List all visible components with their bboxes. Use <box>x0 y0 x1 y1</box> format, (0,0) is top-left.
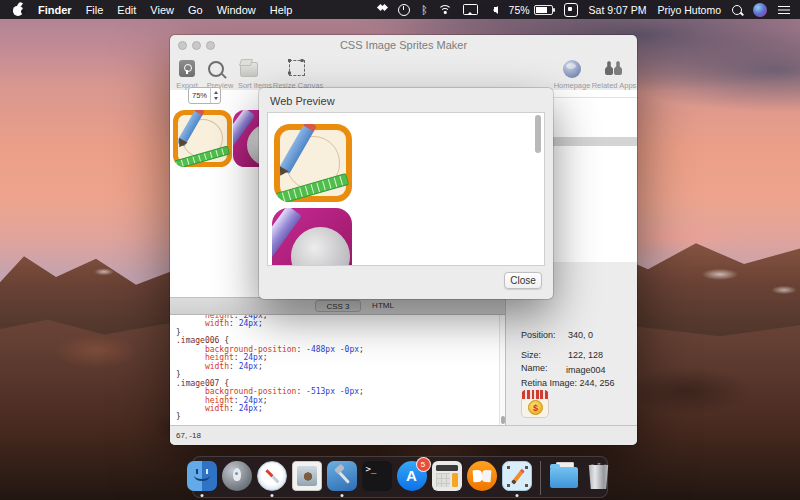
sprite-image-draw-app[interactable] <box>173 110 232 167</box>
dock-trash[interactable] <box>584 461 614 491</box>
preview-scrollbar-thumb[interactable] <box>535 115 541 153</box>
menu-help[interactable]: Help <box>270 4 293 16</box>
app-store-badge: 5 <box>416 457 431 472</box>
dropbox-icon[interactable] <box>378 5 387 14</box>
desktop: Finder File Edit View Go Window Help ᛒ 7… <box>0 0 800 500</box>
dock-safari[interactable] <box>257 461 287 491</box>
code-editor[interactable]: height: 24px; width: 24px;}.image006 { b… <box>170 315 499 425</box>
preview-content[interactable] <box>267 112 545 266</box>
dock-calculator[interactable] <box>432 461 462 491</box>
export-icon[interactable] <box>179 60 195 77</box>
size-label: Size: <box>521 350 541 360</box>
position-value: 340, 0 <box>568 330 593 340</box>
dock-launchpad[interactable] <box>222 461 252 491</box>
menu-view[interactable]: View <box>150 4 174 16</box>
battery-percent: 75% <box>509 4 530 16</box>
tab-html[interactable]: HTML <box>365 300 401 312</box>
sort-items-icon[interactable] <box>240 62 258 77</box>
dock-separator <box>540 461 541 495</box>
related-apps-icon[interactable] <box>604 61 626 77</box>
menu-window[interactable]: Window <box>217 4 256 16</box>
time-machine-icon[interactable] <box>398 4 410 16</box>
size-value: 122, 128 <box>568 350 603 360</box>
code-scrollbar[interactable] <box>499 315 505 425</box>
ibooks-icon <box>467 461 497 491</box>
name-label: Name: <box>521 363 548 373</box>
dock-finder[interactable] <box>187 461 217 491</box>
trash-icon <box>584 461 614 491</box>
battery-icon <box>534 5 553 15</box>
bluetooth-icon[interactable]: ᛒ <box>421 5 428 15</box>
dock-sprites-app[interactable] <box>502 461 532 491</box>
cursor-coordinates: 67, -18 <box>176 431 201 440</box>
retina-image-text: Retina Image: 244, 256 <box>521 378 615 388</box>
wifi-icon[interactable] <box>439 5 452 15</box>
resize-canvas-icon[interactable] <box>289 60 305 76</box>
menu-app-name[interactable]: Finder <box>38 4 72 16</box>
css-sprites-app-icon <box>502 461 532 491</box>
stepper-arrows-icon[interactable] <box>210 88 220 103</box>
battery-status[interactable]: 75% <box>509 4 553 16</box>
mail-icon <box>292 461 322 491</box>
menu-go[interactable]: Go <box>188 4 203 16</box>
code-scrollbar-thumb[interactable] <box>501 416 505 424</box>
status-bar: 67, -18 <box>170 425 637 445</box>
siri-icon[interactable] <box>753 3 767 17</box>
preview-sprite-pen-app <box>272 208 352 266</box>
web-preview-dialog: Web Preview Close <box>259 88 553 299</box>
tab-css3[interactable]: CSS 3 <box>315 300 361 312</box>
window-title: CSS Image Sprites Maker <box>170 39 637 51</box>
launchpad-icon <box>222 461 252 491</box>
terminal-icon: >_ <box>362 461 392 491</box>
xcode-icon <box>327 461 357 491</box>
airplay-display-icon[interactable] <box>463 4 478 15</box>
apple-menu-icon[interactable] <box>13 3 24 16</box>
dock: >_ A 5 <box>192 456 608 498</box>
menubar-clock[interactable]: Sat 9:07 PM <box>589 4 647 16</box>
zoom-stepper[interactable]: 75% <box>188 87 221 104</box>
homepage-icon[interactable] <box>563 60 581 78</box>
volume-icon[interactable] <box>489 6 498 14</box>
preview-icon[interactable] <box>208 61 224 77</box>
dock-ibooks[interactable] <box>467 461 497 491</box>
finder-icon <box>187 461 217 491</box>
dollar-coin-icon: $ <box>528 400 543 415</box>
code-lines: height: 24px; width: 24px;}.image006 { b… <box>176 315 499 422</box>
menu-file[interactable]: File <box>86 4 104 16</box>
dock-mail[interactable] <box>292 461 322 491</box>
position-label: Position: <box>521 330 556 340</box>
notification-center-icon[interactable] <box>778 5 790 15</box>
retina-thumbnail-icon[interactable]: $ <box>521 390 549 418</box>
dock-downloads-folder[interactable] <box>549 461 579 491</box>
folder-icon <box>549 461 579 491</box>
spotlight-search-icon[interactable] <box>732 5 742 15</box>
calculator-icon <box>432 461 462 491</box>
code-tab-bar: CSS 3 HTML <box>170 297 505 315</box>
dock-app-store[interactable]: A 5 <box>397 461 427 491</box>
menu-edit[interactable]: Edit <box>117 4 136 16</box>
menu-bar: Finder File Edit View Go Window Help ᛒ 7… <box>0 0 800 19</box>
dock-xcode[interactable] <box>327 461 357 491</box>
related-apps-button[interactable]: Related Apps <box>588 81 637 90</box>
toolbar: Export Preview Sort Items Resize Canvas … <box>170 57 637 91</box>
dialog-title: Web Preview <box>270 95 335 107</box>
zoom-value: 75% <box>192 91 207 100</box>
preview-sprite-draw-app <box>274 124 352 202</box>
dock-terminal[interactable]: >_ <box>362 461 392 491</box>
menubar-user[interactable]: Priyo Hutomo <box>657 4 721 16</box>
name-field[interactable]: image004 <box>566 365 606 375</box>
input-source-icon[interactable] <box>564 3 578 17</box>
close-button[interactable]: Close <box>504 272 542 289</box>
title-bar[interactable]: CSS Image Sprites Maker <box>170 35 637 57</box>
safari-icon <box>257 461 287 491</box>
